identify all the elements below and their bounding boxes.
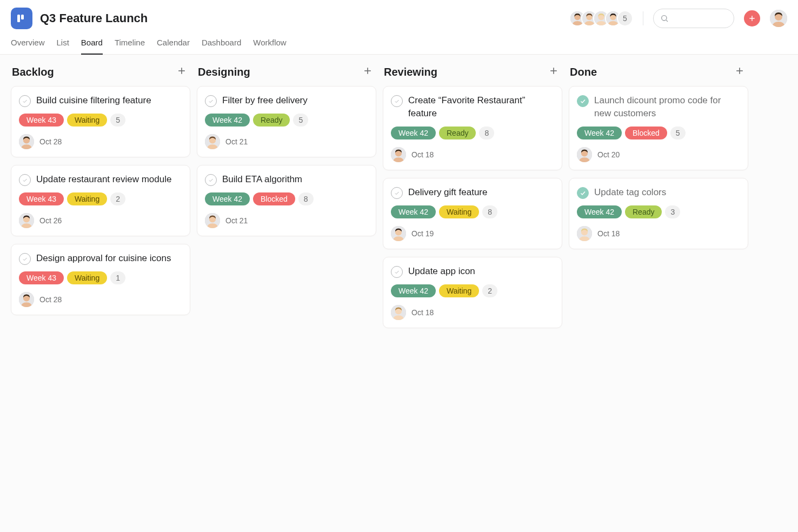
- assignee-avatar[interactable]: [205, 213, 220, 228]
- column-title: Backlog: [12, 66, 54, 78]
- tag-pill[interactable]: Week 42: [391, 127, 436, 139]
- assignee-avatar[interactable]: [19, 292, 34, 307]
- tag-pill[interactable]: Week 42: [391, 284, 436, 297]
- person-icon: [391, 305, 406, 320]
- board-icon: [16, 13, 27, 24]
- tag-pill[interactable]: Week 42: [205, 192, 250, 205]
- svg-rect-1: [21, 15, 24, 19]
- task-title: Build ETA algorithm: [222, 173, 302, 186]
- tag-pill[interactable]: Blocked: [253, 192, 295, 205]
- complete-checkbox[interactable]: [577, 95, 589, 107]
- column-add-button[interactable]: [548, 65, 559, 78]
- plus-icon: [748, 15, 756, 22]
- complete-checkbox[interactable]: [19, 253, 31, 265]
- tag-pill[interactable]: Week 43: [19, 114, 64, 127]
- due-date: Oct 20: [597, 150, 620, 159]
- tab-calendar[interactable]: Calendar: [157, 38, 190, 54]
- card-footer: Oct 28: [19, 292, 182, 307]
- subtask-count: 8: [482, 205, 497, 218]
- tags-row: Week 42Ready8: [391, 127, 554, 139]
- tag-pill[interactable]: Ready: [439, 127, 476, 139]
- column-add-button[interactable]: [362, 65, 373, 78]
- person-icon: [19, 292, 34, 307]
- complete-checkbox[interactable]: [19, 174, 31, 186]
- complete-checkbox[interactable]: [391, 187, 403, 199]
- project-title: Q3 Feature Launch: [40, 11, 148, 25]
- card-footer: Oct 26: [19, 213, 182, 228]
- subtask-count: 2: [110, 192, 125, 205]
- card-footer: Oct 18: [577, 226, 740, 241]
- person-icon: [391, 147, 406, 162]
- current-user-avatar[interactable]: [770, 10, 787, 27]
- header-right: 5: [569, 9, 787, 28]
- task-card[interactable]: Create “Favorite Restaurant” featureWeek…: [383, 86, 562, 170]
- task-card[interactable]: Update app iconWeek 42Waiting2 Oct 18: [383, 257, 562, 328]
- complete-checkbox[interactable]: [19, 95, 31, 107]
- tag-pill[interactable]: Waiting: [67, 114, 107, 127]
- tab-dashboard[interactable]: Dashboard: [202, 38, 241, 54]
- person-icon: [19, 213, 34, 228]
- assignee-avatar[interactable]: [391, 305, 406, 320]
- tag-pill[interactable]: Week 42: [391, 205, 436, 218]
- tag-pill[interactable]: Week 42: [205, 114, 250, 127]
- tag-pill[interactable]: Week 43: [19, 192, 64, 205]
- complete-checkbox[interactable]: [577, 187, 589, 199]
- assignee-avatar[interactable]: [205, 134, 220, 149]
- column-title: Reviewing: [384, 66, 437, 78]
- tag-pill[interactable]: Ready: [253, 114, 290, 127]
- task-card[interactable]: Update tag colorsWeek 42Ready3 Oct 18: [569, 178, 748, 249]
- task-card[interactable]: Update restaurant review moduleWeek 43Wa…: [11, 165, 190, 236]
- tags-row: Week 42Waiting2: [391, 284, 554, 297]
- task-card[interactable]: Filter by free deliveryWeek 42Ready5 Oct…: [197, 86, 376, 157]
- task-title: Delivery gift feature: [408, 186, 487, 199]
- assignee-avatar[interactable]: [391, 147, 406, 162]
- tab-list[interactable]: List: [57, 38, 69, 54]
- member-overflow-count[interactable]: 5: [617, 10, 633, 26]
- tag-pill[interactable]: Week 42: [577, 205, 622, 218]
- task-title: Launch dicount promo code for new custom…: [594, 94, 740, 120]
- assignee-avatar[interactable]: [19, 213, 34, 228]
- tag-pill[interactable]: Blocked: [625, 127, 667, 139]
- complete-checkbox[interactable]: [391, 95, 403, 107]
- tags-row: Week 42Blocked8: [205, 192, 368, 205]
- tag-pill[interactable]: Waiting: [439, 284, 479, 297]
- person-icon: [19, 134, 34, 149]
- task-card[interactable]: Design approval for cuisine iconsWeek 43…: [11, 244, 190, 315]
- tag-pill[interactable]: Ready: [625, 205, 662, 218]
- task-card[interactable]: Launch dicount promo code for new custom…: [569, 86, 748, 170]
- member-avatar-stack[interactable]: 5: [569, 10, 633, 26]
- task-card[interactable]: Delivery gift featureWeek 42Waiting8 Oct…: [383, 178, 562, 249]
- plus-icon: [734, 65, 745, 76]
- tab-timeline[interactable]: Timeline: [115, 38, 145, 54]
- tag-pill[interactable]: Waiting: [67, 192, 107, 205]
- tab-workflow[interactable]: Workflow: [253, 38, 286, 54]
- assignee-avatar[interactable]: [577, 226, 592, 241]
- plus-icon: [548, 65, 559, 76]
- assignee-avatar[interactable]: [391, 226, 406, 241]
- column-add-button[interactable]: [734, 65, 745, 78]
- tab-overview[interactable]: Overview: [11, 38, 45, 54]
- complete-checkbox[interactable]: [205, 174, 217, 186]
- search-input[interactable]: [653, 9, 734, 28]
- card-footer: Oct 19: [391, 226, 554, 241]
- task-card[interactable]: Build ETA algorithmWeek 42Blocked8 Oct 2…: [197, 165, 376, 236]
- tags-row: Week 43Waiting5: [19, 114, 182, 127]
- column-reviewing: Reviewing Create “Favorite Restaurant” f…: [383, 64, 562, 523]
- tag-pill[interactable]: Week 43: [19, 271, 64, 284]
- tab-board[interactable]: Board: [81, 38, 103, 55]
- assignee-avatar[interactable]: [577, 147, 592, 162]
- subtask-count: 5: [293, 114, 308, 127]
- tag-pill[interactable]: Waiting: [67, 271, 107, 284]
- person-icon: [770, 10, 787, 27]
- tag-pill[interactable]: Waiting: [439, 205, 479, 218]
- due-date: Oct 19: [411, 229, 434, 238]
- tag-pill[interactable]: Week 42: [577, 127, 622, 139]
- task-title: Update tag colors: [594, 186, 666, 199]
- task-card[interactable]: Build cuisine filtering featureWeek 43Wa…: [11, 86, 190, 157]
- complete-checkbox[interactable]: [391, 266, 403, 278]
- add-button[interactable]: [744, 10, 760, 26]
- complete-checkbox[interactable]: [205, 95, 217, 107]
- assignee-avatar[interactable]: [19, 134, 34, 149]
- tags-row: Week 42Blocked5: [577, 127, 740, 139]
- column-add-button[interactable]: [176, 65, 187, 78]
